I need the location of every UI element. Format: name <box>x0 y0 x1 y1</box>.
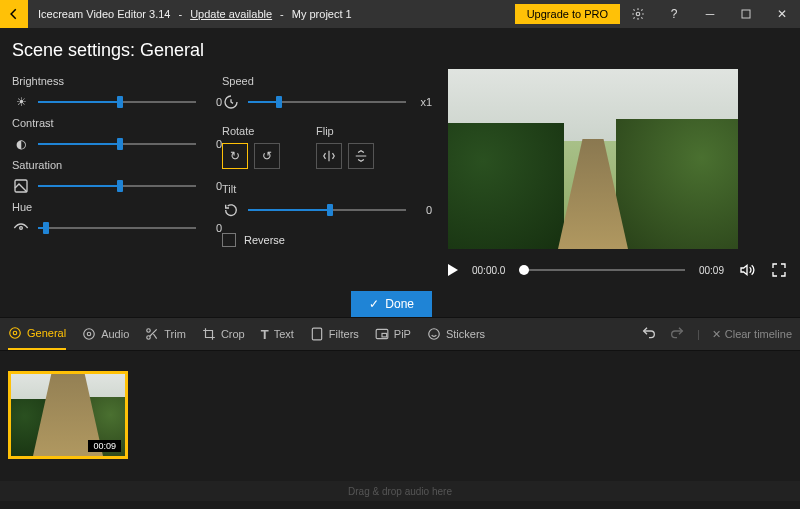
svg-point-6 <box>87 332 91 336</box>
help-button[interactable]: ? <box>656 0 692 28</box>
back-button[interactable] <box>0 0 28 28</box>
page-title: Scene settings: General <box>0 28 800 69</box>
svg-rect-12 <box>382 333 387 337</box>
time-current: 00:00.0 <box>472 265 505 276</box>
svg-point-7 <box>84 329 95 340</box>
rotate-ccw-button[interactable]: ↺ <box>254 143 280 169</box>
mid-column: Speed x1 Rotate ↻ ↺ Flip <box>222 69 432 317</box>
tab-general[interactable]: General <box>8 318 66 350</box>
rotate-cw-button[interactable]: ↻ <box>222 143 248 169</box>
hue-label: Hue <box>12 201 222 213</box>
video-preview[interactable] <box>448 69 738 249</box>
content: Brightness ☀ 0 Contrast ◐ 0 Saturation 0 <box>0 69 800 317</box>
tab-trim[interactable]: Trim <box>145 319 186 349</box>
time-total: 00:09 <box>699 265 724 276</box>
clip-thumbnail[interactable]: 00:09 <box>8 371 128 459</box>
flip-h-button[interactable] <box>316 143 342 169</box>
speed-slider[interactable] <box>248 95 406 109</box>
saturation-slider[interactable] <box>38 179 196 193</box>
brightness-label: Brightness <box>12 75 222 87</box>
settings-button[interactable] <box>620 0 656 28</box>
svg-point-3 <box>20 227 23 230</box>
hue-slider[interactable] <box>38 221 196 235</box>
tilt-label: Tilt <box>222 183 432 195</box>
title-text: Icecream Video Editor 3.14 - Update avai… <box>28 8 362 20</box>
upgrade-button[interactable]: Upgrade to PRO <box>515 4 620 24</box>
check-icon: ✓ <box>369 297 379 311</box>
tabs-bar: General Audio Trim Crop TText Filters Pi… <box>0 317 800 351</box>
clip-duration: 00:09 <box>88 440 121 452</box>
contrast-value: 0 <box>204 138 222 150</box>
tilt-param: Tilt 0 <box>222 183 432 219</box>
saturation-value: 0 <box>204 180 222 192</box>
flip-v-button[interactable] <box>348 143 374 169</box>
tab-filters[interactable]: Filters <box>310 319 359 349</box>
contrast-label: Contrast <box>12 117 222 129</box>
svg-point-4 <box>13 331 17 335</box>
saturation-param: Saturation 0 <box>12 159 222 195</box>
rotate-label: Rotate <box>222 125 280 137</box>
left-column: Brightness ☀ 0 Contrast ◐ 0 Saturation 0 <box>12 69 222 317</box>
speed-param: Speed x1 <box>222 75 432 111</box>
brightness-value: 0 <box>204 96 222 108</box>
saturation-icon <box>12 177 30 195</box>
tab-text[interactable]: TText <box>261 319 294 350</box>
undo-button[interactable] <box>641 325 657 343</box>
svg-point-8 <box>147 329 151 333</box>
contrast-icon: ◐ <box>12 135 30 153</box>
svg-rect-10 <box>312 328 321 340</box>
timeline[interactable]: 00:09 Drag & drop audio here <box>0 351 800 501</box>
tab-stickers[interactable]: Stickers <box>427 319 485 349</box>
saturation-label: Saturation <box>12 159 222 171</box>
svg-rect-1 <box>742 10 750 18</box>
contrast-param: Contrast ◐ 0 <box>12 117 222 153</box>
app-name: Icecream Video Editor 3.14 <box>38 8 170 20</box>
tilt-value: 0 <box>414 204 432 216</box>
close-button[interactable]: ✕ <box>764 0 800 28</box>
reverse-label: Reverse <box>244 234 285 246</box>
speed-label: Speed <box>222 75 432 87</box>
tab-crop[interactable]: Crop <box>202 319 245 349</box>
brightness-slider[interactable] <box>38 95 196 109</box>
svg-point-13 <box>429 329 440 340</box>
brightness-param: Brightness ☀ 0 <box>12 75 222 111</box>
reverse-check[interactable]: Reverse <box>222 233 432 247</box>
tab-audio[interactable]: Audio <box>82 319 129 349</box>
seek-slider[interactable] <box>519 269 685 271</box>
flip-label: Flip <box>316 125 374 137</box>
fullscreen-button[interactable] <box>770 261 788 279</box>
hue-value: 0 <box>204 222 222 234</box>
svg-point-5 <box>10 328 21 339</box>
done-button[interactable]: ✓ Done <box>351 291 432 317</box>
player-controls: 00:00.0 00:09 <box>448 261 788 279</box>
minimize-button[interactable]: ─ <box>692 0 728 28</box>
contrast-slider[interactable] <box>38 137 196 151</box>
reverse-checkbox[interactable] <box>222 233 236 247</box>
project-name: My project 1 <box>292 8 352 20</box>
hue-icon <box>12 219 30 237</box>
play-button[interactable] <box>448 264 458 276</box>
preview-column: 00:00.0 00:09 <box>432 69 788 317</box>
maximize-button[interactable] <box>728 0 764 28</box>
tilt-slider[interactable] <box>248 203 406 217</box>
tilt-icon <box>222 201 240 219</box>
volume-button[interactable] <box>738 261 756 279</box>
hue-param: Hue 0 <box>12 201 222 237</box>
titlebar: Icecream Video Editor 3.14 - Update avai… <box>0 0 800 28</box>
svg-point-0 <box>636 12 640 16</box>
speed-value: x1 <box>414 96 432 108</box>
audio-drop-hint: Drag & drop audio here <box>0 481 800 501</box>
redo-button[interactable] <box>669 325 685 343</box>
clear-timeline-button[interactable]: ✕ Clear timeline <box>712 328 792 341</box>
brightness-icon: ☀ <box>12 93 30 111</box>
tab-pip[interactable]: PiP <box>375 319 411 349</box>
speed-icon <box>222 93 240 111</box>
update-link[interactable]: Update available <box>190 8 272 20</box>
